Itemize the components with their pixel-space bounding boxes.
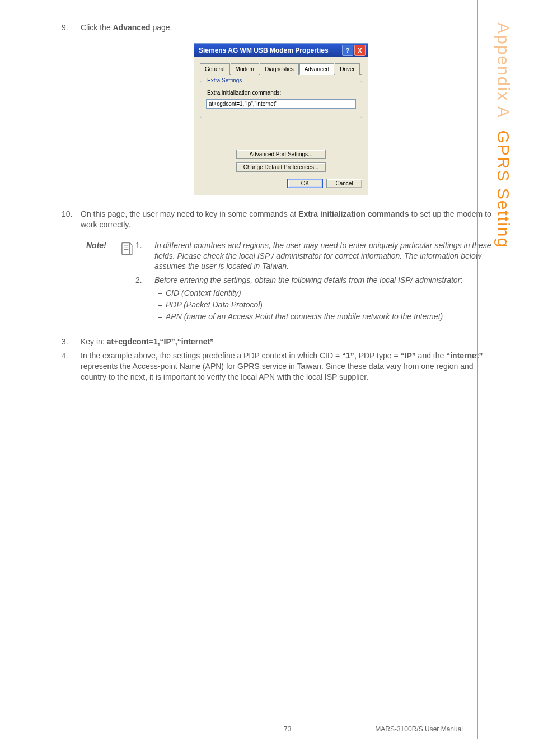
note-text: In different countries and regions, the … <box>154 240 500 272</box>
manual-title: MARS-3100R/S User Manual <box>375 725 463 734</box>
tab-general[interactable]: General <box>200 63 230 76</box>
step-number: 4. <box>62 351 81 382</box>
sidebar-appendix: Appendix A <box>494 22 513 119</box>
close-icon[interactable]: X <box>354 45 366 56</box>
note-icon <box>118 240 135 326</box>
note-number: 1. <box>135 240 154 272</box>
init-commands-input[interactable] <box>206 99 356 109</box>
tab-modem[interactable]: Modem <box>231 63 259 76</box>
page-number: 73 <box>284 725 291 734</box>
group-legend: Extra Settings <box>205 77 244 85</box>
dialog-titlebar: Siemens AG WM USB Modem Properties ? X <box>194 44 368 57</box>
help-icon[interactable]: ? <box>342 45 353 56</box>
step-text: In the example above, the settings prede… <box>81 351 500 382</box>
sidebar-title: Appendix A GPRS Setting <box>489 22 517 358</box>
step-text: Click the Advanced page. <box>81 22 500 33</box>
tab-driver[interactable]: Driver <box>335 63 360 76</box>
page-footer: 73 MARS-3100R/S User Manual <box>0 725 534 734</box>
dialog-title: Siemens AG WM USB Modem Properties <box>199 46 341 55</box>
advanced-port-settings-button[interactable]: Advanced Port Settings... <box>236 150 326 159</box>
sidebar-section: GPRS Setting <box>494 130 513 248</box>
step-9: 9. Click the Advanced page. <box>62 22 500 33</box>
note-bullet: –APN (name of an Access Point that conne… <box>154 311 500 322</box>
note-block: Note! 1. In different countries and regi… <box>86 240 500 326</box>
sidebar-divider <box>477 0 478 739</box>
step-3: 3. Key in: at+cgdcont=1,“IP”,“internet” <box>62 337 500 347</box>
step-10: 10. On this page, the user may need to k… <box>62 209 500 230</box>
step-number: 3. <box>62 337 81 347</box>
modem-properties-dialog: Siemens AG WM USB Modem Properties ? X G… <box>194 43 368 195</box>
cancel-button[interactable]: Cancel <box>326 179 362 188</box>
tab-diagnostics[interactable]: Diagnostics <box>260 63 299 76</box>
svg-rect-0 <box>122 242 130 254</box>
tab-strip: General Modem Diagnostics Advanced Drive… <box>200 63 362 76</box>
note-text: Before entering the settings, obtain the… <box>154 275 500 323</box>
note-label: Note! <box>86 240 118 326</box>
change-default-preferences-button[interactable]: Change Default Preferences... <box>236 162 326 172</box>
note-item-2: 2. Before entering the settings, obtain … <box>135 275 500 323</box>
step-number: 10. <box>62 209 81 230</box>
note-bullet: –CID (Context Identity) <box>154 288 500 298</box>
init-commands-label: Extra initialization commands: <box>207 89 356 97</box>
note-number: 2. <box>135 275 154 323</box>
tab-advanced[interactable]: Advanced <box>299 63 334 76</box>
extra-settings-group: Extra Settings Extra initialization comm… <box>200 81 362 118</box>
note-bullet: –PDP (Packet Data Protocol) <box>154 300 500 310</box>
note-item-1: 1. In different countries and regions, t… <box>135 240 500 272</box>
ok-button[interactable]: OK <box>287 179 323 188</box>
step-text: On this page, the user may need to key i… <box>81 209 500 230</box>
step-number: 9. <box>62 22 81 33</box>
step-text: Key in: at+cgdcont=1,“IP”,“internet” <box>81 337 500 347</box>
step-4: 4. In the example above, the settings pr… <box>62 351 500 382</box>
